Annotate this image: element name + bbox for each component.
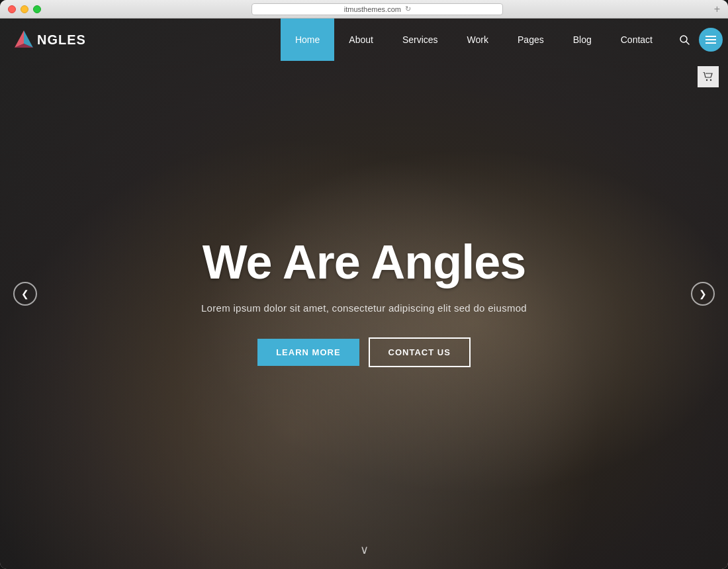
search-button[interactable] — [672, 28, 696, 52]
nav-item-home[interactable]: Home — [281, 19, 334, 61]
nav-item-contact[interactable]: Contact — [606, 19, 667, 61]
svg-point-8 — [706, 79, 707, 81]
nav-item-pages[interactable]: Pages — [503, 19, 559, 61]
minimize-button[interactable] — [21, 5, 28, 13]
close-button[interactable] — [8, 5, 16, 13]
navbar: NGLES Home About Services Work Pages — [0, 19, 728, 61]
refresh-icon[interactable]: ↻ — [405, 5, 411, 13]
hero-content: We Are Angles Lorem ipsum dolor sit amet… — [0, 61, 728, 569]
scroll-down-indicator[interactable]: ∨ — [360, 543, 369, 557]
prev-slide-button[interactable]: ❮ — [13, 282, 37, 306]
prev-arrow-icon: ❮ — [21, 288, 29, 299]
nav-item-services[interactable]: Services — [388, 19, 453, 61]
new-tab-button[interactable]: + — [714, 3, 720, 15]
logo-link[interactable]: NGLES — [0, 19, 99, 61]
logo-text: NGLES — [37, 32, 86, 48]
cart-icon — [703, 72, 713, 81]
nav-icons — [667, 19, 728, 61]
url-text: itmusthemes.com — [344, 5, 401, 13]
hero-buttons: LEARN MORE CONTACT US — [257, 337, 471, 367]
logo-icon — [13, 29, 34, 50]
website-content: NGLES Home About Services Work Pages — [0, 19, 728, 569]
nav-item-about[interactable]: About — [334, 19, 388, 61]
nav-item-work[interactable]: Work — [453, 19, 503, 61]
address-bar[interactable]: itmusthemes.com ↻ — [251, 3, 503, 15]
learn-more-button[interactable]: LEARN MORE — [257, 339, 359, 366]
search-icon — [679, 34, 690, 45]
cart-button[interactable] — [698, 66, 719, 87]
browser-window: itmusthemes.com ↻ + NGLES Hom — [0, 0, 728, 569]
svg-point-9 — [710, 79, 711, 81]
next-arrow-icon: ❯ — [699, 288, 707, 299]
hero-subtitle: Lorem ipsum dolor sit amet, consectetur … — [201, 302, 527, 314]
hamburger-icon — [705, 35, 716, 44]
title-bar: itmusthemes.com ↻ + — [0, 0, 728, 19]
chevron-down-icon: ∨ — [360, 543, 369, 556]
nav-links: Home About Services Work Pages Blog — [281, 19, 667, 61]
svg-line-4 — [686, 42, 689, 44]
hero-title: We Are Angles — [203, 236, 525, 288]
address-bar-container: itmusthemes.com ↻ — [46, 3, 709, 15]
contact-us-button[interactable]: CONTACT US — [369, 337, 471, 367]
nav-item-blog[interactable]: Blog — [559, 19, 606, 61]
maximize-button[interactable] — [33, 5, 41, 13]
menu-button[interactable] — [699, 28, 723, 52]
next-slide-button[interactable]: ❯ — [691, 282, 715, 306]
